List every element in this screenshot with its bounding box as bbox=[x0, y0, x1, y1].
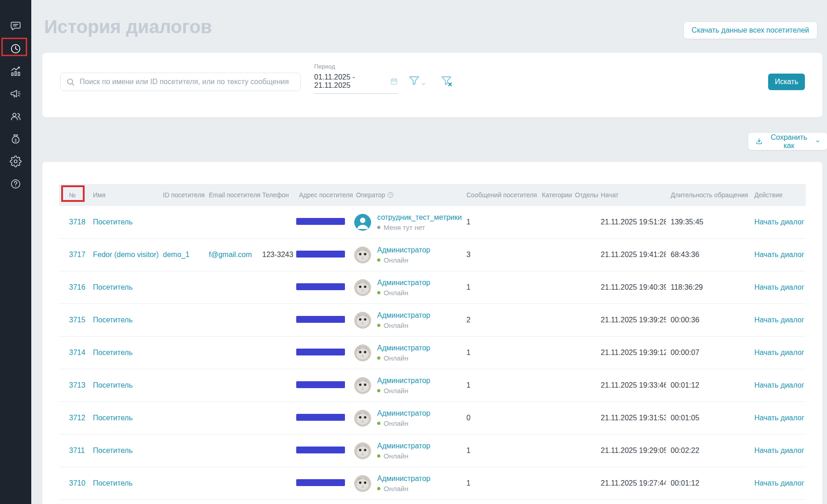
start-dialog-link[interactable]: Начать диалог bbox=[754, 251, 804, 258]
status-dot-icon bbox=[377, 389, 380, 392]
dialog-id-link[interactable]: 3711 bbox=[69, 447, 85, 454]
start-dialog-link[interactable]: Начать диалог bbox=[754, 316, 804, 324]
operator-name-link[interactable]: Администратор bbox=[377, 377, 430, 385]
status-dot-icon bbox=[377, 291, 380, 294]
table-row: 3715 Посетитель Администратор Онлайн 2 2… bbox=[59, 304, 806, 337]
visitor-name-link[interactable]: Посетитель bbox=[93, 381, 132, 389]
column-header-num: № bbox=[59, 191, 88, 199]
table-row: 3717 Fedor (demo visitor) demo_1 f@gmail… bbox=[59, 239, 806, 271]
svg-text:$: $ bbox=[15, 138, 17, 143]
operator-status: Онлайн bbox=[377, 387, 430, 395]
column-header-email: Email посетителя bbox=[204, 191, 258, 199]
sidebar-item-billing[interactable]: $ bbox=[8, 131, 23, 147]
operator-name-link[interactable]: Администратор bbox=[377, 442, 430, 450]
operator-avatar bbox=[354, 279, 371, 296]
visitor-name-link[interactable]: Посетитель bbox=[93, 349, 132, 356]
operator-name-link[interactable]: Администратор bbox=[377, 475, 430, 483]
operator-name-link[interactable]: Администратор bbox=[377, 409, 430, 418]
visitor-messages-count: 1 bbox=[462, 381, 537, 389]
chat-bubble-icon bbox=[10, 20, 22, 32]
visitor-name-link[interactable]: Посетитель bbox=[93, 218, 132, 226]
operator-avatar bbox=[354, 377, 371, 394]
operator-name-link[interactable]: Администратор bbox=[377, 246, 430, 254]
filter-funnel-button[interactable] bbox=[408, 74, 426, 87]
start-dialog-link[interactable]: Начать диалог bbox=[754, 447, 804, 454]
sidebar-item-dialogs[interactable] bbox=[8, 18, 23, 34]
start-dialog-link[interactable]: Начать диалог bbox=[754, 283, 804, 291]
duration-value: 00:01:12 bbox=[666, 479, 750, 487]
operator-name-link[interactable]: Администратор bbox=[377, 344, 430, 352]
dialog-id-link[interactable]: 3716 bbox=[69, 283, 86, 291]
operator-name-link[interactable]: Администратор bbox=[377, 279, 430, 287]
sidebar-item-announcements[interactable] bbox=[8, 86, 23, 102]
info-icon[interactable]: ? bbox=[387, 192, 394, 198]
operator-name-link[interactable]: сотрудник_тест_метрики bbox=[377, 213, 462, 222]
visitor-name-link[interactable]: Fedor (demo visitor) bbox=[93, 251, 158, 258]
visitor-address-redacted bbox=[296, 316, 345, 323]
operator-status: Онлайн bbox=[377, 485, 430, 493]
visitor-messages-count: 1 bbox=[462, 283, 537, 292]
dialog-id-link[interactable]: 3710 bbox=[69, 479, 86, 487]
visitor-name-link[interactable]: Посетитель bbox=[93, 283, 132, 291]
operator-avatar bbox=[354, 312, 371, 329]
operator-name-link[interactable]: Администратор bbox=[377, 311, 430, 320]
sidebar-item-help[interactable] bbox=[8, 176, 23, 192]
visitor-name-link[interactable]: Посетитель bbox=[93, 414, 132, 422]
save-as-button[interactable]: Сохранить как bbox=[748, 133, 827, 150]
clear-filter-button[interactable] bbox=[440, 74, 453, 87]
started-timestamp: 21.11.2025 19:27:44 bbox=[596, 479, 666, 487]
start-dialog-link[interactable]: Начать диалог bbox=[754, 349, 804, 356]
started-timestamp: 21.11.2025 19:40:39 bbox=[596, 283, 666, 292]
sidebar-item-operators[interactable] bbox=[8, 109, 23, 124]
visitor-address-redacted bbox=[296, 414, 345, 421]
period-label: Период bbox=[314, 63, 398, 70]
download-all-label: Скачать данные всех посетителей bbox=[692, 26, 809, 34]
visitor-phone: 123-3243 bbox=[258, 251, 294, 259]
dialog-id-link[interactable]: 3715 bbox=[69, 316, 86, 324]
column-header-messages: Сообщений посетителя bbox=[462, 191, 537, 199]
visitor-id-link[interactable]: demo_1 bbox=[163, 251, 190, 258]
visitor-email-link[interactable]: f@gmail.com bbox=[209, 251, 252, 258]
period-date-range[interactable]: 01.11.2025 - 21.11.2025 bbox=[314, 73, 398, 94]
table-row: 3716 Посетитель Администратор Онлайн 1 2… bbox=[59, 271, 806, 304]
sidebar-item-settings[interactable] bbox=[8, 154, 23, 169]
start-dialog-link[interactable]: Начать диалог bbox=[754, 479, 804, 487]
search-button[interactable]: Искать bbox=[768, 74, 805, 90]
start-dialog-link[interactable]: Начать диалог bbox=[754, 218, 804, 226]
visitor-name-link[interactable]: Посетитель bbox=[93, 479, 132, 487]
operator-status: Онлайн bbox=[377, 321, 430, 329]
download-all-visitors-button[interactable]: Скачать данные всех посетителей bbox=[684, 22, 817, 39]
start-dialog-link[interactable]: Начать диалог bbox=[754, 414, 804, 422]
visitor-messages-count: 1 bbox=[462, 479, 537, 487]
sidebar-item-statistics[interactable] bbox=[8, 63, 23, 79]
duration-value: 118:36:29 bbox=[666, 283, 750, 292]
status-dot-icon bbox=[377, 356, 380, 360]
chevron-down-icon bbox=[420, 81, 426, 87]
app-root: $ История диалогов Скачать данные всех п… bbox=[0, 0, 827, 504]
status-dot-icon bbox=[377, 422, 380, 425]
page-title: История диалогов bbox=[44, 17, 212, 37]
search-box[interactable] bbox=[60, 73, 301, 91]
visitor-address-redacted bbox=[296, 381, 345, 388]
visitor-messages-count: 1 bbox=[462, 447, 537, 455]
dialog-id-link[interactable]: 3714 bbox=[69, 349, 86, 356]
visitor-name-link[interactable]: Посетитель bbox=[93, 316, 132, 324]
visitor-address-redacted bbox=[296, 283, 345, 290]
column-header-categories: Категории bbox=[537, 191, 570, 199]
dialog-id-link[interactable]: 3717 bbox=[69, 251, 86, 258]
duration-value: 00:01:05 bbox=[666, 414, 750, 422]
started-timestamp: 21.11.2025 19:39:25 bbox=[596, 316, 666, 324]
dialog-id-link[interactable]: 3712 bbox=[69, 414, 86, 422]
sidebar-item-history[interactable] bbox=[8, 41, 23, 57]
period-filter: Период 01.11.2025 - 21.11.2025 bbox=[314, 63, 398, 94]
operator-status: Онлайн bbox=[377, 289, 430, 297]
dialog-id-link[interactable]: 3718 bbox=[69, 218, 86, 226]
search-input[interactable] bbox=[80, 78, 295, 86]
visitor-address-redacted bbox=[296, 218, 345, 225]
table-row: 3718 Посетитель сотрудник_тест_метрики М… bbox=[59, 206, 806, 239]
dialog-id-link[interactable]: 3713 bbox=[69, 381, 86, 389]
start-dialog-link[interactable]: Начать диалог bbox=[754, 381, 804, 389]
column-header-operator: Оператор ? bbox=[351, 191, 462, 199]
duration-value: 00:00:36 bbox=[666, 316, 750, 324]
visitor-name-link[interactable]: Посетитель bbox=[93, 447, 132, 454]
